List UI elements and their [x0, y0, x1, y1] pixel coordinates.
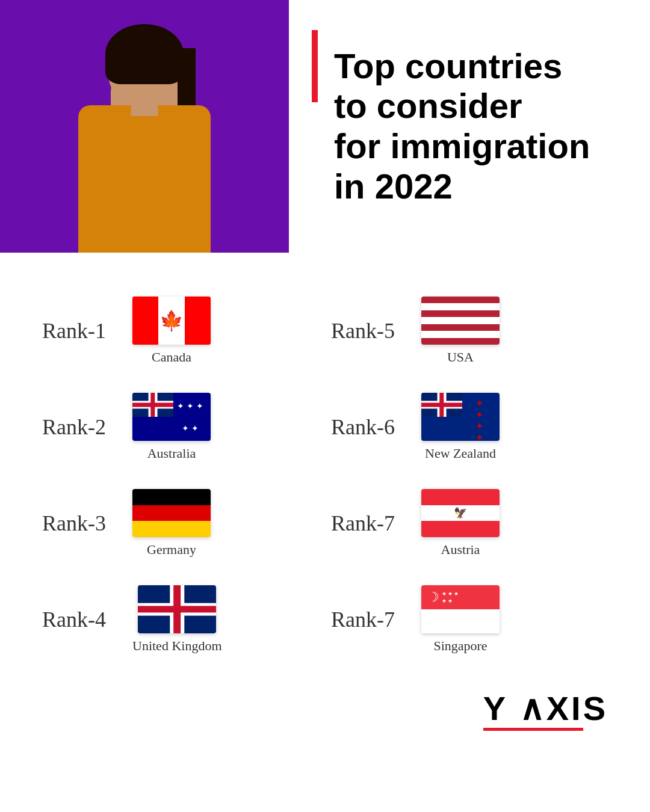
title-line1: Top countries — [334, 46, 562, 85]
usa-stripe-4 — [421, 317, 500, 324]
maple-leaf-icon: 🍁 — [159, 309, 184, 332]
flag-newzealand: ✦ ✦ ✦ ✦ — [421, 393, 500, 441]
rank-canada: Rank-1 — [42, 318, 114, 343]
singapore-white — [421, 609, 500, 633]
title-line3: for immigration — [334, 126, 590, 165]
usa-stripe-5 — [421, 324, 500, 331]
country-name-uk: United Kingdom — [132, 638, 222, 654]
title-line2: to consider — [334, 86, 522, 125]
australia-union-jack — [132, 393, 173, 417]
country-item-austria: Rank-7 🦅 Austria — [325, 475, 614, 571]
country-name-austria: Austria — [441, 542, 480, 558]
flag-container-usa: USA — [421, 297, 500, 365]
austria-eagle-icon: 🦅 — [454, 506, 467, 520]
country-name-germany: Germany — [147, 542, 196, 558]
person-neck — [131, 101, 158, 116]
country-name-australia: Australia — [147, 446, 196, 461]
australia-stars: ✦ ✦ ✦ ✦ ✦ — [173, 396, 208, 438]
rank-singapore: Rank-7 — [331, 607, 403, 632]
flag-container-newzealand: ✦ ✦ ✦ ✦ New Zealand — [421, 393, 500, 461]
person-body — [78, 105, 211, 253]
nz-stars: ✦ ✦ ✦ ✦ — [463, 398, 495, 436]
yaxis-logo: Y ∧XIS — [483, 692, 608, 731]
flag-container-singapore: ☽ ★★ ★★ ★ Singapore — [421, 585, 500, 654]
rank-germany: Rank-3 — [42, 511, 114, 536]
germany-black — [132, 489, 211, 505]
flag-container-canada: 🍁 Canada — [132, 297, 211, 365]
flag-singapore: ☽ ★★ ★★ ★ — [421, 585, 500, 633]
austria-red-bot — [421, 521, 500, 537]
rank-austria: Rank-7 — [331, 511, 403, 536]
canada-white-mid: 🍁 — [158, 297, 185, 345]
country-item-germany: Rank-3 Germany — [36, 475, 325, 571]
usa-stripe-1 — [421, 297, 500, 303]
logo-section: Y ∧XIS — [0, 686, 650, 743]
singapore-stars: ★★ ★★ ★ — [442, 591, 459, 604]
rank-newzealand: Rank-6 — [331, 414, 403, 440]
flag-usa — [421, 297, 500, 345]
usa-stripe-3 — [421, 310, 500, 317]
country-name-singapore: Singapore — [433, 638, 487, 654]
country-name-canada: Canada — [152, 349, 191, 365]
country-item-uk: Rank-4 United Kingdom — [36, 571, 325, 668]
usa-stripe-2 — [421, 303, 500, 310]
flag-canada: 🍁 — [132, 297, 211, 345]
austria-white-mid: 🦅 — [421, 505, 500, 521]
title-line4: in 2022 — [334, 167, 453, 206]
flag-container-austria: 🦅 Austria — [421, 489, 500, 558]
flag-uk — [138, 585, 216, 633]
flag-container-germany: Germany — [132, 489, 211, 558]
singapore-red: ☽ ★★ ★★ ★ — [421, 585, 500, 609]
header-section: Top countries to consider for immigratio… — [0, 0, 650, 253]
usa-stripe-7 — [421, 338, 500, 345]
germany-red — [132, 505, 211, 521]
red-accent-bar — [312, 30, 318, 102]
rank-australia: Rank-2 — [42, 414, 114, 440]
flag-container-uk: United Kingdom — [132, 585, 222, 654]
flag-container-australia: ✦ ✦ ✦ ✦ ✦ Australia — [132, 393, 211, 461]
person-illustration — [48, 12, 241, 253]
country-name-usa: USA — [447, 349, 474, 365]
hero-image — [0, 0, 289, 253]
country-item-australia: Rank-2 ✦ ✦ ✦ ✦ ✦ Australia — [36, 379, 325, 475]
country-item-canada: Rank-1 🍁 Canada — [36, 283, 325, 379]
person-hair — [105, 24, 184, 84]
nz-union-jack — [421, 393, 462, 417]
germany-yellow — [132, 521, 211, 537]
flag-australia: ✦ ✦ ✦ ✦ ✦ — [132, 393, 211, 441]
country-item-singapore: Rank-7 ☽ ★★ ★★ ★ Singapore — [325, 571, 614, 668]
countries-grid: Rank-1 🍁 Canada Rank-5 — [0, 253, 650, 686]
country-item-usa: Rank-5 USA — [325, 283, 614, 379]
header-text-area: Top countries to consider for immigratio… — [289, 0, 650, 253]
flag-germany — [132, 489, 211, 537]
country-item-newzealand: Rank-6 ✦ ✦ ✦ ✦ New Zealand — [325, 379, 614, 475]
rank-usa: Rank-5 — [331, 318, 403, 343]
flag-austria: 🦅 — [421, 489, 500, 537]
main-title: Top countries to consider for immigratio… — [319, 46, 590, 207]
country-name-newzealand: New Zealand — [425, 446, 496, 461]
usa-stripe-6 — [421, 331, 500, 337]
rank-uk: Rank-4 — [42, 607, 114, 632]
austria-red-top — [421, 489, 500, 505]
logo-text: Y ∧XIS — [483, 692, 608, 725]
logo-underline — [483, 728, 583, 731]
canada-right-red — [185, 297, 211, 345]
canada-left-red — [132, 297, 158, 345]
crescent-icon: ☽ — [427, 591, 439, 604]
